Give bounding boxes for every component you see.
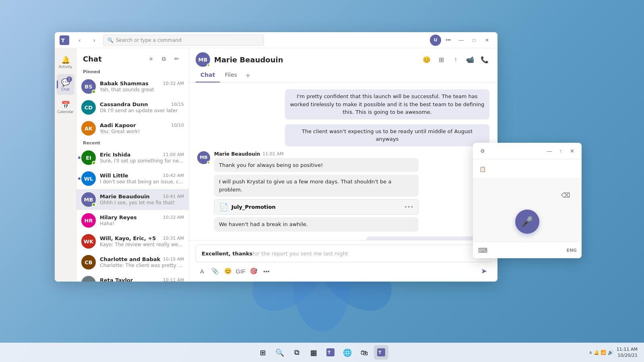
- message-bubble-4: We haven't gotten lunch together in awhi…: [366, 237, 489, 241]
- chat-item-cassandra[interactable]: CD Cassandra Dunn 10/15 Ok I'll send an …: [76, 97, 189, 118]
- voice-keyboard-button[interactable]: ⌨: [478, 245, 487, 255]
- msg-sender-3: Marie Beaudouin: [214, 151, 260, 157]
- teams-taskbar-button[interactable]: T: [323, 345, 338, 360]
- search-icon: 🔍: [107, 37, 114, 43]
- chat-header-name: Marie Beaudouin: [214, 56, 283, 64]
- send-button[interactable]: ➤: [477, 265, 490, 278]
- messages-area: I'm pretty confident that this launch wi…: [189, 83, 497, 240]
- tab-chat[interactable]: Chat: [196, 68, 220, 82]
- forward-button[interactable]: ›: [89, 35, 100, 46]
- message-group-3: MB Marie Beaudouin 11:01 AM Thank you fo…: [197, 151, 489, 232]
- voice-delete-button[interactable]: ⌫: [561, 190, 570, 200]
- window-controls: U ••• — □ ✕: [430, 35, 493, 46]
- chat-time-hilary: 10:22 AM: [163, 215, 184, 220]
- chat-item-hilary[interactable]: HR Hilary Reyes 10:22 AM Haha!: [76, 210, 189, 231]
- back-button[interactable]: ‹: [74, 35, 85, 46]
- voice-popup-controls: — ↑ ✕: [545, 146, 577, 156]
- format-button[interactable]: A: [196, 265, 208, 277]
- voice-upload-button[interactable]: ↑: [556, 146, 566, 156]
- taskview-button[interactable]: ⧉: [289, 345, 304, 360]
- sidebar-item-activity[interactable]: 🔔 Activity: [57, 51, 74, 72]
- tab-add-button[interactable]: +: [242, 68, 254, 82]
- title-bar: T ‹ › 🔍 Search or type a command U ••• —…: [55, 32, 497, 48]
- chat-item-reta[interactable]: RT Reta Taylor 10:11 AM Ah, ok I underst…: [76, 273, 189, 282]
- search-placeholder: Search or type a command: [116, 37, 182, 43]
- message-bubble-3a: Thank you for always being so positive!: [214, 158, 419, 173]
- voice-settings-button[interactable]: ⚙: [478, 146, 487, 156]
- maximize-button[interactable]: □: [469, 35, 480, 46]
- share-button[interactable]: ↑: [449, 53, 462, 66]
- user-avatar[interactable]: U: [430, 35, 441, 46]
- start-button[interactable]: ⊞: [256, 345, 270, 360]
- chat-item-will[interactable]: WL Will Little 10:42 AM I don't see that…: [76, 168, 189, 189]
- voice-lang: ENG: [566, 248, 577, 253]
- voice-mic-button[interactable]: 🎤: [515, 210, 539, 234]
- search-bar[interactable]: 🔍 Search or type a command: [103, 35, 264, 46]
- new-chat-button[interactable]: ✏: [171, 53, 182, 64]
- chat-name-eric: Eric Ishida: [100, 152, 130, 158]
- sidebar-item-chat[interactable]: 💬 Chat 2: [57, 74, 74, 95]
- recent-section-label: Recent: [76, 139, 189, 147]
- emoji-button[interactable]: 😊: [420, 53, 433, 66]
- minimize-button[interactable]: —: [456, 35, 467, 46]
- chat-item-charlotte[interactable]: CB Charlotte and Babak 10:15 AM Charlott…: [76, 252, 189, 273]
- file-more-button[interactable]: •••: [404, 204, 413, 210]
- widgets-button[interactable]: ▦: [306, 345, 321, 360]
- message-input-box[interactable]: Excellent, thanks for the report you sen…: [196, 245, 491, 262]
- avatar-babak: BS: [81, 79, 96, 94]
- call-button[interactable]: 📞: [478, 53, 491, 66]
- chat-preview-eric: Sure, I'll set up something for next wee…: [100, 158, 184, 164]
- input-text-hint: for the report you sent me last night: [252, 251, 348, 257]
- avatar-reta: RT: [81, 276, 96, 282]
- more-toolbar-button[interactable]: •••: [261, 265, 272, 277]
- file-card[interactable]: 📄 July_Promotion •••: [214, 199, 419, 215]
- chat-item-babak[interactable]: BS Babak Shammas 10:32 AM Yah, that soun…: [76, 76, 189, 97]
- voice-popup-icon-row: 📋: [473, 159, 582, 179]
- chat-name-aadi: Aadi Kapoor: [100, 122, 136, 128]
- message-bubble-1: I'm pretty confident that this launch wi…: [285, 89, 489, 119]
- teams-active-button[interactable]: T: [374, 345, 388, 360]
- sidebar: 🔔 Activity 💬 Chat 2 📅 Calendar: [55, 48, 76, 282]
- close-button[interactable]: ✕: [481, 35, 493, 46]
- chat-preview-cassandra: Ok I'll send an update over later: [100, 108, 184, 113]
- voice-clipboard-button[interactable]: 📋: [478, 164, 487, 174]
- msg-time-3: 11:01 AM: [262, 151, 283, 156]
- attach-button[interactable]: 📎: [209, 265, 221, 277]
- voice-close-button[interactable]: ✕: [567, 146, 577, 156]
- copy-button[interactable]: ⧉: [158, 53, 169, 64]
- avatar-hilary: HR: [81, 213, 96, 228]
- store-button[interactable]: 🛍: [357, 345, 372, 360]
- chat-time-will: 10:42 AM: [163, 173, 184, 178]
- voice-minimize-button[interactable]: —: [545, 146, 554, 156]
- gif-button[interactable]: GIF: [235, 265, 246, 277]
- edge-button[interactable]: 🌐: [340, 345, 355, 360]
- apps-button[interactable]: ⊞: [435, 53, 448, 66]
- chat-item-marie[interactable]: MB Marie Beaudouin 10:41 AM Ohhh I see, …: [76, 189, 189, 210]
- message-bubble-2: The client wasn't expecting us to be rea…: [285, 124, 489, 146]
- tab-files[interactable]: Files: [220, 68, 242, 82]
- chat-time-charlotte: 10:15 AM: [163, 257, 184, 262]
- avatar-aadi: AK: [81, 121, 96, 136]
- sidebar-item-calendar[interactable]: 📅 Calendar: [57, 97, 74, 117]
- chat-name-cassandra: Cassandra Dunn: [100, 101, 148, 107]
- pinned-section-label: Pinned: [76, 68, 189, 76]
- video-button[interactable]: 📹: [464, 53, 477, 66]
- msg-avatar-marie-1: MB: [197, 151, 210, 164]
- chat-header-actions: 😊 ⊞ ↑ 📹 📞: [420, 53, 491, 66]
- search-taskbar-button[interactable]: 🔍: [272, 345, 287, 360]
- chat-item-eric[interactable]: EI Eric Ishida 11:00 AM Sure, I'll set u…: [76, 147, 189, 168]
- content-area: 🔔 Activity 💬 Chat 2 📅 Calendar Chat ≡ ⧉: [55, 48, 497, 282]
- chat-name-hilary: Hilary Reyes: [100, 214, 137, 220]
- chat-item-aadi[interactable]: AK Aadi Kapoor 10/10 You: Great work!: [76, 118, 189, 139]
- input-text-main: Excellent, thanks: [202, 251, 252, 257]
- emoji-toolbar-button[interactable]: 😊: [222, 265, 233, 277]
- more-options-button[interactable]: •••: [443, 35, 454, 46]
- chat-item-group[interactable]: WK Will, Kayo, Eric, +5 10:31 AM Kayo: T…: [76, 231, 189, 252]
- avatar-cassandra: CD: [81, 100, 96, 115]
- filter-button[interactable]: ≡: [145, 53, 157, 64]
- sticker-button[interactable]: 🎯: [248, 265, 259, 277]
- chat-area: MB Marie Beaudouin 😊 ⊞ ↑ 📹 📞 Chat Files: [189, 48, 497, 282]
- file-name: July_Promotion: [231, 204, 276, 210]
- chat-list-scroll: Pinned BS Babak Shammas 10:32 AM Yah, th…: [76, 68, 189, 282]
- message-group-1: I'm pretty confident that this launch wi…: [197, 89, 489, 119]
